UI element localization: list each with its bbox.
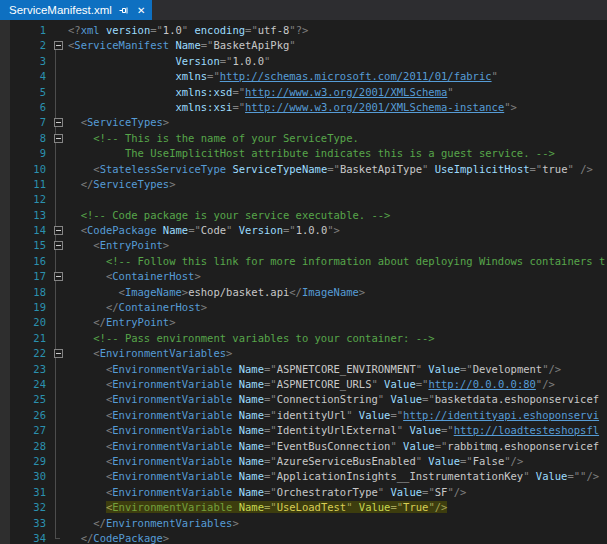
fold-margin <box>50 362 68 377</box>
fold-margin <box>50 315 68 330</box>
code-line[interactable]: 33 </EnvironmentVariables> <box>0 516 607 531</box>
line-number: 25 <box>10 392 50 407</box>
code-line[interactable]: 19 </ContainerHost> <box>0 300 607 315</box>
line-number: 21 <box>10 331 50 346</box>
code-line[interactable]: 26 <EnvironmentVariable Name="identityUr… <box>0 408 607 423</box>
code-line[interactable]: 1<?xml version="1.0" encoding="utf-8"?> <box>0 23 607 38</box>
fold-margin <box>50 331 68 346</box>
code-text: </EntryPoint> <box>68 315 607 330</box>
code-line[interactable]: 34 </CodePackage> <box>0 531 607 544</box>
code-line[interactable]: 15 <EntryPoint> <box>0 238 607 253</box>
line-number: 18 <box>10 285 50 300</box>
fold-toggle-icon[interactable] <box>54 241 63 250</box>
line-number: 30 <box>10 469 50 484</box>
code-line[interactable]: 24 <EnvironmentVariable Name="ASPNETCORE… <box>0 377 607 392</box>
fold-toggle-icon[interactable] <box>54 272 63 281</box>
code-line[interactable]: 30 <EnvironmentVariable Name="Applicatio… <box>0 469 607 484</box>
line-number: 12 <box>10 192 50 207</box>
close-icon[interactable]: ✕ <box>137 6 145 16</box>
fold-margin <box>50 346 68 361</box>
line-number: 3 <box>10 54 50 69</box>
line-number: 31 <box>10 485 50 500</box>
code-line[interactable]: 17 <ContainerHost> <box>0 269 607 284</box>
code-line[interactable]: 6 xmlns:xsi="http://www.w3.org/2001/XMLS… <box>0 100 607 115</box>
code-text: <ServiceManifest Name="BasketApiPkg" <box>68 38 607 53</box>
line-number: 26 <box>10 408 50 423</box>
code-line[interactable]: 10 <StatelessServiceType ServiceTypeName… <box>0 162 607 177</box>
code-line[interactable]: 20 </EntryPoint> <box>0 315 607 330</box>
code-text: <?xml version="1.0" encoding="utf-8"?> <box>68 23 607 38</box>
code-line[interactable]: 2<ServiceManifest Name="BasketApiPkg" <box>0 38 607 53</box>
fold-margin <box>50 23 68 38</box>
tab-title: ServiceManifest.xml <box>9 4 112 16</box>
code-line[interactable]: 13 <!-- Code package is your service exe… <box>0 208 607 223</box>
tab-servicemanifest[interactable]: ServiceManifest.xml ✕ <box>0 0 152 20</box>
fold-margin <box>50 146 68 161</box>
code-text: </EnvironmentVariables> <box>68 516 607 531</box>
fold-toggle-icon[interactable] <box>54 41 63 50</box>
fold-toggle-icon[interactable] <box>54 349 63 358</box>
fold-margin <box>50 531 68 544</box>
fold-margin <box>50 377 68 392</box>
code-line[interactable]: 23 <EnvironmentVariable Name="ASPNETCORE… <box>0 362 607 377</box>
fold-margin <box>50 285 68 300</box>
code-line[interactable]: 31 <EnvironmentVariable Name="Orchestrat… <box>0 485 607 500</box>
line-number: 16 <box>10 254 50 269</box>
line-number: 33 <box>10 516 50 531</box>
line-number: 20 <box>10 315 50 330</box>
code-line[interactable]: 12 <box>0 192 607 207</box>
fold-margin <box>50 115 68 130</box>
code-text: <!-- Follow this link for more informati… <box>68 254 607 269</box>
code-line[interactable]: 9 The UseImplicitHost attribute indicate… <box>0 146 607 161</box>
fold-margin <box>50 254 68 269</box>
line-number: 24 <box>10 377 50 392</box>
code-text: <EnvironmentVariable Name="IdentityUrlEx… <box>68 423 607 438</box>
code-line[interactable]: 14 <CodePackage Name="Code" Version="1.0… <box>0 223 607 238</box>
fold-margin <box>50 192 68 207</box>
line-number: 17 <box>10 269 50 284</box>
fold-toggle-icon[interactable] <box>54 134 63 143</box>
code-line[interactable]: 29 <EnvironmentVariable Name="AzureServi… <box>0 454 607 469</box>
code-area: 1<?xml version="1.0" encoding="utf-8"?>2… <box>0 23 607 544</box>
line-number: 4 <box>10 69 50 84</box>
fold-toggle-icon[interactable] <box>54 118 63 127</box>
fold-margin <box>50 100 68 115</box>
code-line[interactable]: 22 <EnvironmentVariables> <box>0 346 607 361</box>
pin-icon[interactable] <box>119 5 130 16</box>
fold-margin <box>50 269 68 284</box>
code-line[interactable]: 21 <!-- Pass environment variables to yo… <box>0 331 607 346</box>
code-line[interactable]: 8 <!-- This is the name of your ServiceT… <box>0 131 607 146</box>
fold-margin <box>50 469 68 484</box>
code-editor[interactable]: 1<?xml version="1.0" encoding="utf-8"?>2… <box>0 20 607 544</box>
code-line[interactable]: 27 <EnvironmentVariable Name="IdentityUr… <box>0 423 607 438</box>
code-text: <StatelessServiceType ServiceTypeName="B… <box>68 162 607 177</box>
code-line[interactable]: 3 Version="1.0.0" <box>0 54 607 69</box>
code-line[interactable]: 25 <EnvironmentVariable Name="Connection… <box>0 392 607 407</box>
code-line[interactable]: 5 xmlns:xsd="http://www.w3.org/2001/XMLS… <box>0 85 607 100</box>
code-line[interactable]: 16 <!-- Follow this link for more inform… <box>0 254 607 269</box>
code-text: <EnvironmentVariable Name="OrchestratorT… <box>68 485 607 500</box>
fold-margin <box>50 69 68 84</box>
tab-bar: ServiceManifest.xml ✕ <box>0 0 607 20</box>
code-line[interactable]: 7 <ServiceTypes> <box>0 115 607 130</box>
fold-margin <box>50 516 68 531</box>
fold-margin <box>50 208 68 223</box>
code-line[interactable]: 18 <ImageName>eshop/basket.api</ImageNam… <box>0 285 607 300</box>
fold-margin <box>50 238 68 253</box>
line-number: 19 <box>10 300 50 315</box>
fold-margin <box>50 85 68 100</box>
highlighted-code: <EnvironmentVariable Name="UseLoadTest" … <box>106 501 447 513</box>
fold-margin <box>50 392 68 407</box>
fold-toggle-icon[interactable] <box>54 226 63 235</box>
code-text: xmlns:xsi="http://www.w3.org/2001/XMLSch… <box>68 100 607 115</box>
code-line[interactable]: 11 </ServiceTypes> <box>0 177 607 192</box>
line-number: 23 <box>10 362 50 377</box>
vs-editor-window: ServiceManifest.xml ✕ 1<?xml version="1.… <box>0 0 607 544</box>
code-text: Version="1.0.0" <box>68 54 607 69</box>
code-line[interactable]: 4 xmlns="http://schemas.microsoft.com/20… <box>0 69 607 84</box>
code-line[interactable]: 32 <EnvironmentVariable Name="UseLoadTes… <box>0 500 607 515</box>
fold-margin <box>50 439 68 454</box>
fold-margin <box>50 223 68 238</box>
code-line[interactable]: 28 <EnvironmentVariable Name="EventBusCo… <box>0 439 607 454</box>
line-number: 9 <box>10 146 50 161</box>
